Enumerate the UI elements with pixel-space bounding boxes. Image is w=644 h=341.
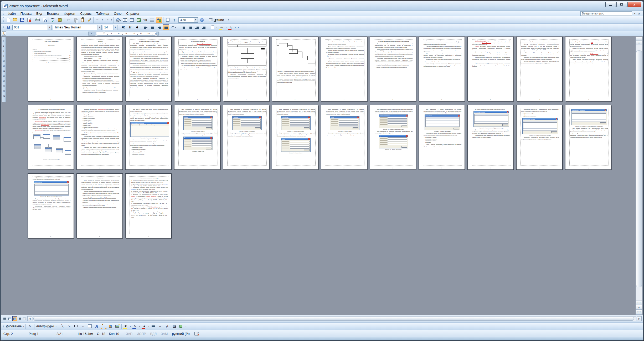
page-thumbnail[interactable]: 4. Рекомендации по совершенствованию ком… [28, 105, 74, 170]
page-thumbnail[interactable]: Ввод информации о единицах измерения осу… [370, 105, 416, 170]
tables-borders-icon[interactable] [122, 17, 128, 23]
first-line-indent-marker[interactable] [103, 32, 105, 33]
bold-button[interactable]: Ж [120, 24, 126, 30]
page-thumbnail[interactable]: ВведениеАктуальность выполнения данной р… [76, 37, 123, 101]
select-objects-icon[interactable]: ↖ [27, 323, 33, 329]
vertical-ruler[interactable]: 24681012141618202224 [2, 37, 6, 102]
horizontal-ruler[interactable]: 2 246810121416 [88, 32, 159, 36]
page-thumbnail[interactable]: Схема построения локальной вычислительно… [419, 37, 465, 101]
fill-color-icon[interactable]: ◧ [123, 323, 129, 329]
page-thumbnail[interactable]: Все отчеты формируются при помощи пункта… [467, 105, 514, 170]
fill-color-dropdown-icon[interactable]: ▼ [129, 323, 132, 329]
web-layout-view-icon[interactable] [7, 316, 12, 321]
redo-icon-dropdown[interactable]: ▼ [110, 17, 113, 23]
status-mode-зам[interactable]: ЗАМ [161, 332, 168, 336]
align-right-icon[interactable] [156, 24, 162, 30]
status-mode-испр[interactable]: ИСПР [137, 332, 146, 336]
toolbar-grip[interactable] [3, 12, 4, 15]
shadow-style-icon[interactable]: ▭ [171, 323, 177, 329]
diagram-icon[interactable] [100, 323, 107, 329]
horizontal-scroll-thumb[interactable] [33, 317, 634, 321]
question-dropdown-icon[interactable]: ▼ [632, 12, 637, 15]
previous-page-icon[interactable]: ▲▲ [636, 300, 642, 305]
numbered-list-icon[interactable] [180, 24, 186, 30]
cut-icon[interactable]: ✂ [65, 17, 72, 23]
borders-dropdown-icon[interactable]: ▼ [216, 24, 218, 30]
status-page[interactable]: Стр. 2 [3, 332, 22, 336]
page-thumbnail[interactable]: 1. Характеристика ООО НПК «Альфа»ООО НПК… [125, 37, 172, 101]
page-thumbnail[interactable]: Список использованной литературы1. Архит… [125, 173, 172, 238]
toolbar-options-icon[interactable]: ▼ [236, 24, 240, 30]
text-box-icon[interactable] [87, 323, 93, 329]
bulleted-list-icon[interactable] [187, 24, 193, 30]
italic-button[interactable]: К [127, 24, 133, 30]
font-color-icon[interactable]: А [141, 323, 147, 329]
columns-icon[interactable] [149, 17, 155, 23]
zoom-combobox[interactable]: 30%▼ [178, 17, 198, 23]
toolbar-grip[interactable] [3, 17, 4, 22]
increase-indent-icon[interactable] [200, 24, 207, 30]
vertical-scrollbar[interactable]: ▲ ▲▲ ● ▼▼ [636, 37, 642, 315]
spelling-status-icon[interactable] [194, 332, 199, 335]
new-document-icon[interactable] [5, 17, 12, 23]
wordart-icon[interactable]: А [94, 323, 100, 329]
font-combobox[interactable]: Times New Roman▼ [53, 25, 102, 30]
status-language[interactable]: русский (Ро [172, 332, 190, 336]
close-button[interactable]: x [627, 2, 641, 7]
menu-вид[interactable]: Вид [34, 11, 45, 16]
insert-excel-icon[interactable] [135, 17, 142, 23]
page-thumbnail[interactable]: Сенсорный дисплей позволяет выполнять ба… [565, 37, 611, 101]
rectangle-tool-icon[interactable] [73, 323, 79, 329]
arrow-tool-icon[interactable]: ↘ [66, 323, 73, 329]
outline-view-icon[interactable] [17, 316, 22, 321]
page-thumbnail[interactable]: АД (Актив Директори) представляет собой … [467, 37, 514, 101]
3d-style-icon[interactable] [178, 323, 184, 329]
vertical-scroll-thumb[interactable] [636, 51, 642, 287]
insert-picture-icon[interactable] [114, 323, 120, 329]
help-icon[interactable]: ? [199, 17, 205, 23]
align-center-icon[interactable] [149, 24, 156, 30]
next-page-icon[interactable]: ▼▼ [636, 310, 642, 314]
insert-table-icon[interactable] [128, 17, 135, 23]
page-thumbnail[interactable]: Ввод информации о товарах осуществляется… [321, 105, 367, 170]
print-preview-icon[interactable] [41, 17, 48, 23]
highlight-icon[interactable]: ab [218, 24, 225, 30]
line-tool-icon[interactable]: ╲ [59, 323, 66, 329]
menu-таблица[interactable]: Таблица [94, 11, 111, 16]
hanging-indent-marker[interactable] [95, 34, 97, 36]
borders-icon[interactable] [209, 24, 215, 30]
page-thumbnail[interactable]: Ввод информации о организациях осуществл… [272, 105, 318, 170]
undo-icon-dropdown[interactable]: ▼ [101, 17, 104, 23]
title-bar[interactable]: отчет по практике - Microsoft Word x [1, 1, 643, 11]
print-layout-view-icon[interactable] [12, 316, 17, 321]
line-color-dropdown-icon[interactable]: ▼ [138, 323, 141, 329]
page-thumbnail[interactable]: ЗаключениеВ ходе практики по получению п… [76, 173, 123, 238]
dash-style-icon[interactable]: ┅ [157, 323, 163, 329]
scroll-right-icon[interactable]: ▶ [637, 316, 642, 321]
scroll-left-icon[interactable]: ◀ [27, 316, 32, 321]
line-spacing-icon[interactable]: ↕☱▼ [170, 24, 178, 30]
horizontal-scrollbar[interactable] [33, 316, 636, 321]
show-paragraph-marks-icon[interactable]: ¶ [171, 17, 178, 23]
menu-формат[interactable]: Формат [61, 11, 78, 16]
font-color-dropdown-icon[interactable]: ▼ [234, 24, 236, 30]
page-thumbnail[interactable]: Ввод информации о сотрудниках осуществля… [223, 105, 269, 170]
page-thumbnail[interactable]: Исходными данными для даталогического пр… [76, 105, 123, 170]
page-thumbnail[interactable]: Аналогичным выполняется в информационной… [516, 105, 563, 170]
question-input[interactable] [580, 11, 632, 16]
menu-правка[interactable]: Правка [18, 11, 34, 16]
undo-icon[interactable]: ↶ [95, 17, 101, 23]
page-thumbnail[interactable]: Информация о сотрудникеxРисунок 16 – Фор… [565, 105, 611, 170]
document-map-icon[interactable] [164, 17, 171, 23]
reading-view-icon[interactable] [22, 316, 27, 321]
draw-menu-button[interactable]: Рисование [6, 324, 22, 328]
page-thumbnail[interactable]: «Код типа». В таблице базы данных «Клиен… [125, 105, 172, 170]
right-indent-marker[interactable] [155, 34, 157, 36]
print-icon[interactable] [34, 17, 41, 23]
permission-icon[interactable] [26, 17, 32, 23]
page-thumbnail[interactable]: 2. Анализ бизнес-процессовАнализ бизнес-… [174, 37, 220, 101]
research-icon[interactable] [57, 17, 63, 23]
styles-and-formatting-icon[interactable]: АА [5, 24, 12, 30]
page-thumbnail[interactable]: 3. Анализ программно-технического обеспе… [370, 37, 416, 101]
page-thumbnail[interactable]: Тема: «Отчет по практике»СодержаниеВведе… [28, 37, 74, 101]
